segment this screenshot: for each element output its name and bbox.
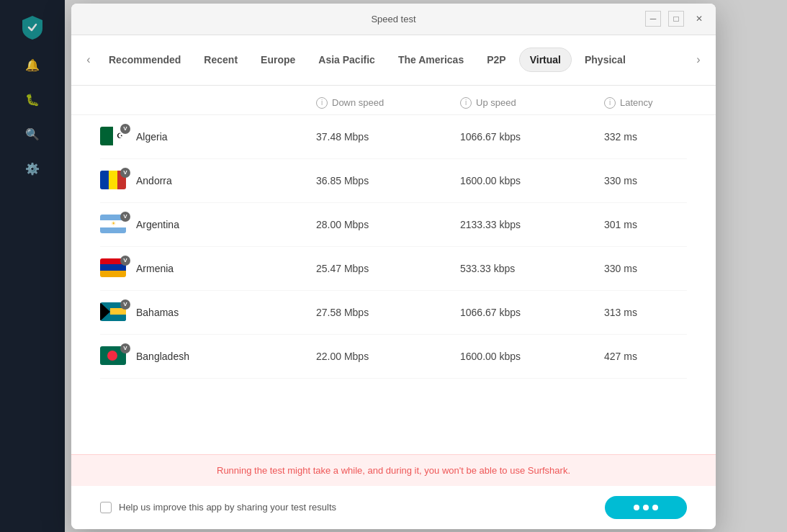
maximize-button[interactable]: □ — [668, 11, 684, 27]
table-row: ☀ V Argentina 28.00 Mbps 2133.33 kbps 30… — [100, 203, 687, 247]
virtual-badge: V — [120, 124, 130, 134]
col-latency-header: i Latency — [604, 97, 687, 109]
table-row: V Armenia 25.47 Mbps 533.33 kbps 330 ms — [100, 247, 687, 291]
tab-prev-button[interactable]: ‹ — [78, 50, 99, 70]
run-test-button[interactable] — [605, 496, 687, 519]
table-row: ☪ V Algeria 37.48 Mbps 1066.67 kbps 332 … — [100, 115, 687, 159]
virtual-badge: V — [120, 168, 130, 178]
share-results-checkbox[interactable] — [100, 502, 112, 513]
country-cell: V Armenia — [100, 258, 316, 279]
tab-the-americas[interactable]: The Americas — [388, 48, 474, 71]
table-row: V Bahamas 27.58 Mbps 1066.67 kbps 313 ms — [100, 291, 687, 335]
down-speed-info-icon[interactable]: i — [316, 97, 328, 109]
latency-info-icon[interactable]: i — [604, 97, 616, 109]
column-headers: i Down speed i Up speed i Latency — [71, 86, 716, 115]
flag-container: ☪ V — [100, 127, 127, 147]
country-cell: ☪ V Algeria — [100, 127, 316, 147]
flag-container: V — [100, 258, 127, 279]
close-button[interactable]: ✕ — [691, 11, 707, 27]
latency-value: 427 ms — [604, 351, 687, 362]
country-name: Andorra — [136, 175, 172, 186]
country-name: Bangladesh — [136, 351, 189, 362]
down-speed-value: 27.58 Mbps — [316, 307, 460, 318]
flag-container: V — [100, 346, 127, 366]
notice-bar: Running the test might take a while, and… — [71, 454, 716, 486]
tabs-bar: ‹ Recommended Recent Europe Asia Pacific… — [71, 35, 716, 86]
virtual-badge: V — [120, 212, 130, 222]
latency-value: 313 ms — [604, 307, 687, 318]
modal-title: Speed test — [371, 14, 415, 24]
tab-physical[interactable]: Physical — [575, 48, 636, 71]
tab-virtual[interactable]: Virtual — [519, 48, 572, 72]
minimize-button[interactable]: ─ — [645, 11, 661, 27]
latency-value: 332 ms — [604, 131, 687, 143]
server-list: ☪ V Algeria 37.48 Mbps 1066.67 kbps 332 … — [71, 115, 716, 454]
down-speed-value: 37.48 Mbps — [316, 131, 460, 143]
down-speed-value: 25.47 Mbps — [316, 263, 460, 274]
col-up-header: i Up speed — [460, 97, 604, 109]
share-results-label[interactable]: Help us improve this app by sharing your… — [100, 502, 336, 513]
footer: Help us improve this app by sharing your… — [71, 486, 716, 529]
down-speed-value: 36.85 Mbps — [316, 175, 460, 186]
run-test-loader — [634, 505, 658, 510]
dot-1 — [634, 505, 639, 510]
table-row: V Bangladesh 22.00 Mbps 1600.00 kbps 427… — [100, 335, 687, 379]
up-speed-value: 2133.33 kbps — [460, 219, 604, 230]
title-bar-controls: ─ □ ✕ — [645, 11, 707, 27]
country-cell: V Andorra — [100, 171, 316, 191]
latency-value: 301 ms — [604, 219, 687, 230]
tab-recommended[interactable]: Recommended — [99, 48, 191, 71]
country-name: Armenia — [136, 263, 174, 274]
table-row: V Andorra 36.85 Mbps 1600.00 kbps 330 ms — [100, 159, 687, 203]
country-name: Argentina — [136, 219, 179, 230]
country-cell: V Bangladesh — [100, 346, 316, 366]
tabs-list: Recommended Recent Europe Asia Pacific T… — [99, 48, 688, 72]
dot-2 — [643, 505, 649, 510]
up-speed-info-icon[interactable]: i — [460, 97, 472, 109]
tab-p2p[interactable]: P2P — [477, 48, 516, 71]
virtual-badge: V — [120, 299, 130, 310]
virtual-badge: V — [120, 256, 130, 266]
down-speed-value: 22.00 Mbps — [316, 351, 460, 362]
down-speed-value: 28.00 Mbps — [316, 219, 460, 230]
dot-3 — [652, 505, 658, 510]
modal-overlay: Speed test ─ □ ✕ ‹ Recommended Recent Eu… — [0, 0, 787, 532]
virtual-badge: V — [120, 343, 130, 353]
latency-value: 330 ms — [604, 175, 687, 186]
country-cell: V Bahamas — [100, 302, 316, 323]
col-down-header: i Down speed — [316, 97, 460, 109]
tab-recent[interactable]: Recent — [194, 48, 248, 71]
up-speed-value: 1600.00 kbps — [460, 175, 604, 186]
flag-container: ☀ V — [100, 215, 127, 235]
speed-test-modal: Speed test ─ □ ✕ ‹ Recommended Recent Eu… — [71, 4, 716, 529]
up-speed-value: 1066.67 kbps — [460, 131, 604, 143]
latency-value: 330 ms — [604, 263, 687, 274]
notice-text: Running the test might take a while, and… — [100, 465, 687, 476]
flag-container: V — [100, 171, 127, 191]
tab-asia-pacific[interactable]: Asia Pacific — [308, 48, 385, 71]
tab-europe[interactable]: Europe — [251, 48, 305, 71]
country-name: Bahamas — [136, 307, 179, 318]
up-speed-value: 1600.00 kbps — [460, 351, 604, 362]
flag-container: V — [100, 302, 127, 323]
up-speed-value: 533.33 kbps — [460, 263, 604, 274]
country-name: Algeria — [136, 131, 168, 143]
country-cell: ☀ V Argentina — [100, 215, 316, 235]
title-bar: Speed test ─ □ ✕ — [71, 4, 716, 35]
tab-next-button[interactable]: › — [688, 50, 709, 70]
up-speed-value: 1066.67 kbps — [460, 307, 604, 318]
